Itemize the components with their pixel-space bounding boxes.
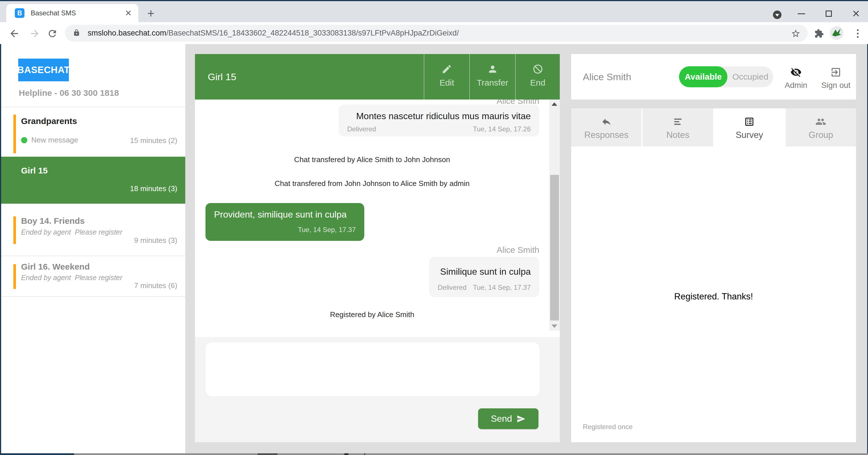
basechat-logo[interactable]: BASECHAT xyxy=(18,59,69,81)
new-message-dot-icon xyxy=(21,137,27,143)
chat-item-meta: 18 minutes (3) xyxy=(130,184,177,193)
end-button[interactable]: End xyxy=(515,54,560,100)
chat-title: Girl 15 xyxy=(208,54,236,100)
chat-panel: Girl 15 Edit Transfer End Alice Smith Mo… xyxy=(195,54,560,442)
tab-survey[interactable]: Survey xyxy=(714,108,786,147)
window-frame-top xyxy=(0,0,868,1)
chat-header: Girl 15 Edit Transfer End xyxy=(195,54,560,100)
chat-item-status: New message xyxy=(21,136,78,144)
panel-tabs: Responses Notes Survey Group xyxy=(571,108,856,147)
survey-footer-note: Registered once xyxy=(583,423,633,431)
scrollbar-thumb[interactable] xyxy=(550,175,559,321)
tab-responses[interactable]: Responses xyxy=(571,108,643,147)
message-text: Montes nascetur ridiculus mus mauris vit… xyxy=(347,111,531,122)
window-minimize-button[interactable] xyxy=(794,7,809,20)
message-footer: Delivered Tue, 14 Sep, 17.37 xyxy=(438,284,531,291)
window-frame-left xyxy=(0,44,1,453)
browser-profile-avatar[interactable] xyxy=(830,26,843,40)
message-status: Delivered xyxy=(438,284,466,291)
chat-item-girl-16[interactable]: Girl 16. Weekend Ended by agent Please r… xyxy=(1,256,185,297)
browser-menu-kebab-icon[interactable] xyxy=(851,26,864,41)
send-icon xyxy=(517,414,526,423)
message-status: Delivered xyxy=(347,125,376,133)
occupied-toggle-option[interactable]: Occupied xyxy=(727,66,773,87)
agent-name: Alice Smith xyxy=(583,54,631,100)
chat-item-title: Girl 16. Weekend xyxy=(21,262,90,271)
notes-icon xyxy=(673,116,683,127)
chat-item-meta: 15 minutes (2) xyxy=(130,136,177,145)
sign-out-button[interactable]: Sign out xyxy=(819,54,853,100)
tab-label: Group xyxy=(808,130,833,140)
extensions-puzzle-icon[interactable] xyxy=(812,26,827,41)
profile-chevron-icon[interactable] xyxy=(773,10,781,19)
edit-button[interactable]: Edit xyxy=(424,54,469,100)
messages-scrollbar[interactable] xyxy=(549,100,560,331)
chat-item-accent-bar xyxy=(13,115,16,153)
system-message: Chat transfered by Alice Smith to John J… xyxy=(195,155,549,164)
tab-close-icon[interactable] xyxy=(124,8,133,18)
new-tab-button[interactable]: + xyxy=(144,6,158,21)
end-label: End xyxy=(530,78,545,88)
message-time: Tue, 14 Sep, 17.37 xyxy=(298,226,356,234)
sign-out-label: Sign out xyxy=(821,81,850,90)
chat-item-status-text: New message xyxy=(31,136,78,144)
send-button[interactable]: Send xyxy=(478,409,538,429)
taskbar-sliver xyxy=(0,453,868,455)
sidebar: BASECHAT Helpline - 06 30 300 1818 Grand… xyxy=(1,44,185,453)
browser-window: B Basechat SMS + smsloho.basechat.com/Ba… xyxy=(0,0,868,455)
survey-result-text: Registered. Thanks! xyxy=(571,291,856,302)
tab-notes[interactable]: Notes xyxy=(643,108,714,147)
chat-item-subtitle: Ended by agent Please register xyxy=(21,273,122,282)
admin-button[interactable]: Admin xyxy=(779,54,813,100)
lock-icon xyxy=(73,29,80,37)
tab-label: Notes xyxy=(666,130,689,140)
scroll-up-icon[interactable] xyxy=(552,102,557,106)
send-label: Send xyxy=(491,414,512,424)
chat-item-girl-15[interactable]: Girl 15 18 minutes (3) xyxy=(1,157,185,204)
chat-item-accent-bar xyxy=(13,264,16,289)
chat-item-grandparents[interactable]: Grandparents New message 15 minutes (2) xyxy=(1,107,185,157)
scroll-down-icon[interactable] xyxy=(552,324,557,328)
ban-icon xyxy=(532,64,543,74)
chat-item-title: Grandparents xyxy=(21,116,77,126)
forward-icon[interactable] xyxy=(28,27,41,40)
chat-item-meta: 7 minutes (6) xyxy=(134,281,177,290)
message-text: Provident, similique sunt in culpa xyxy=(214,209,356,220)
agent-card: Alice Smith Available Occupied Admin Sig… xyxy=(571,54,856,100)
survey-icon xyxy=(744,116,755,127)
transfer-button[interactable]: Transfer xyxy=(469,54,515,100)
browser-titlebar: B Basechat SMS + xyxy=(0,0,868,22)
message-footer: Delivered Tue, 14 Sep, 17.26 xyxy=(347,125,531,133)
back-icon[interactable] xyxy=(8,27,21,40)
agent-panel: Alice Smith Available Occupied Admin Sig… xyxy=(571,54,856,442)
window-maximize-button[interactable] xyxy=(821,7,837,20)
url-domain: smsloho.basechat.com xyxy=(88,29,166,37)
chat-item-meta: 9 minutes (3) xyxy=(134,236,177,245)
tab-group[interactable]: Group xyxy=(786,108,856,147)
message-history: Alice Smith Montes nascetur ridiculus mu… xyxy=(195,100,560,337)
url-bar[interactable]: smsloho.basechat.com/BasechatSMS/16_1843… xyxy=(65,25,808,41)
sender-name-label: Alice Smith xyxy=(497,245,539,255)
sign-out-icon xyxy=(830,67,841,78)
browser-tab[interactable]: B Basechat SMS xyxy=(6,4,138,22)
window-close-button[interactable] xyxy=(848,7,864,20)
tab-label: Responses xyxy=(584,130,628,140)
available-toggle-option[interactable]: Available xyxy=(679,66,727,87)
message-text: Similique sunt in culpa xyxy=(438,266,531,277)
chat-item-title: Girl 15 xyxy=(21,166,48,175)
bookmark-star-icon[interactable] xyxy=(788,26,803,41)
message-bubble-incoming: Similique sunt in culpa Delivered Tue, 1… xyxy=(429,257,539,297)
admin-label: Admin xyxy=(785,81,807,90)
survey-tab-content: Registered. Thanks! Registered once xyxy=(571,147,856,442)
chat-item-title: Boy 14. Friends xyxy=(21,216,85,226)
compose-area: Send xyxy=(195,337,560,442)
message-time: Tue, 14 Sep, 17.26 xyxy=(473,125,531,133)
group-icon xyxy=(815,116,826,127)
person-icon xyxy=(487,64,498,74)
message-input[interactable] xyxy=(206,343,539,396)
chat-item-boy-14[interactable]: Boy 14. Friends Ended by agent Please re… xyxy=(1,204,185,256)
chat-list: Grandparents New message 15 minutes (2) … xyxy=(1,107,185,297)
system-message: Chat transfered from John Johnson to Ali… xyxy=(195,179,549,188)
reload-icon[interactable] xyxy=(46,27,59,40)
message-time: Tue, 14 Sep, 17.37 xyxy=(473,284,531,291)
